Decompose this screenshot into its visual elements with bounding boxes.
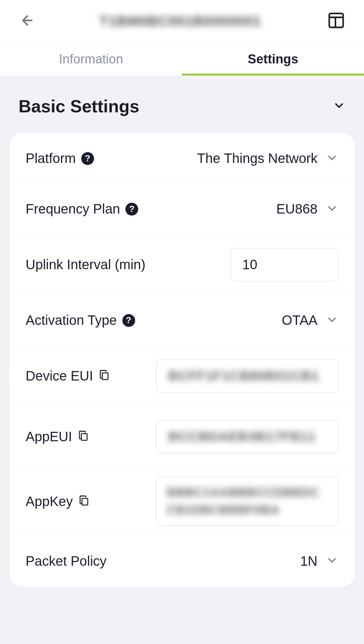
row-frequency-plan[interactable]: Frequency Plan ? EU868 [9, 184, 355, 234]
help-icon[interactable]: ? [125, 203, 138, 216]
svg-rect-4 [102, 373, 108, 380]
activation-type-value: OTAA [282, 313, 317, 328]
label-frequency-plan: Frequency Plan ? [26, 201, 138, 217]
app-eui-input[interactable]: BCCBDAEB3B17FB11 [156, 420, 338, 453]
platform-value: The Things Network [197, 151, 317, 166]
packet-policy-select[interactable]: 1N [300, 554, 338, 569]
frequency-plan-value: EU868 [276, 201, 317, 217]
app-key-input[interactable]: BBBC1AABBBCCDBBDCCB1DBCBBBF0BA [156, 477, 338, 526]
row-app-key: AppKey BBBC1AABBBCCDBBDCCB1DBCBBBF0BA [9, 467, 355, 536]
copy-icon[interactable] [78, 494, 90, 509]
section-title: Basic Settings [19, 96, 139, 116]
label-activation-type: Activation Type ? [26, 313, 135, 328]
row-device-eui: Device EUI BCFF1F1CB80B01CB1 [9, 346, 355, 407]
row-activation-type[interactable]: Activation Type ? OTAA [9, 295, 355, 346]
help-icon[interactable]: ? [81, 152, 94, 165]
copy-icon[interactable] [78, 429, 89, 444]
label-app-eui: AppEUI [26, 429, 89, 444]
settings-card: Platform ? The Things Network Frequency … [9, 133, 355, 586]
layout-icon[interactable] [327, 11, 345, 31]
svg-rect-6 [82, 498, 88, 505]
activation-type-select[interactable]: OTAA [282, 313, 338, 328]
tabs: Information Settings [0, 42, 364, 76]
chevron-down-icon [333, 99, 345, 113]
tab-settings[interactable]: Settings [182, 43, 364, 76]
uplink-interval-input[interactable]: 10 [231, 248, 338, 281]
row-uplink-interval: Uplink Interval (min) 10 [9, 234, 355, 295]
section-header[interactable]: Basic Settings [0, 76, 364, 133]
svg-rect-5 [81, 433, 87, 440]
chevron-down-icon [326, 554, 338, 568]
help-icon[interactable]: ? [122, 314, 135, 327]
packet-policy-value: 1N [300, 554, 317, 569]
label-uplink-interval: Uplink Interval (min) [26, 257, 146, 272]
copy-icon[interactable] [98, 368, 110, 384]
tab-information[interactable]: Information [0, 43, 182, 76]
label-device-eui: Device EUI [26, 368, 110, 384]
label-platform: Platform ? [26, 151, 94, 166]
page-title: T1BM0BC001B0000001 [34, 13, 327, 29]
chevron-down-icon [326, 151, 338, 166]
platform-select[interactable]: The Things Network [197, 151, 338, 166]
chevron-down-icon [326, 313, 338, 328]
row-app-eui: AppEUI BCCBDAEB3B17FB11 [9, 407, 355, 467]
label-packet-policy: Packet Policy [26, 554, 107, 569]
row-platform[interactable]: Platform ? The Things Network [9, 133, 355, 184]
back-icon[interactable] [19, 13, 34, 29]
page-content: Basic Settings Platform ? The Things Net… [0, 76, 364, 644]
label-app-key: AppKey [26, 494, 90, 509]
chevron-down-icon [326, 202, 338, 216]
header: T1BM0BC001B0000001 [0, 0, 364, 42]
frequency-plan-select[interactable]: EU868 [276, 201, 338, 217]
device-eui-input[interactable]: BCFF1F1CB80B01CB1 [156, 359, 338, 393]
row-packet-policy[interactable]: Packet Policy 1N [9, 536, 355, 586]
